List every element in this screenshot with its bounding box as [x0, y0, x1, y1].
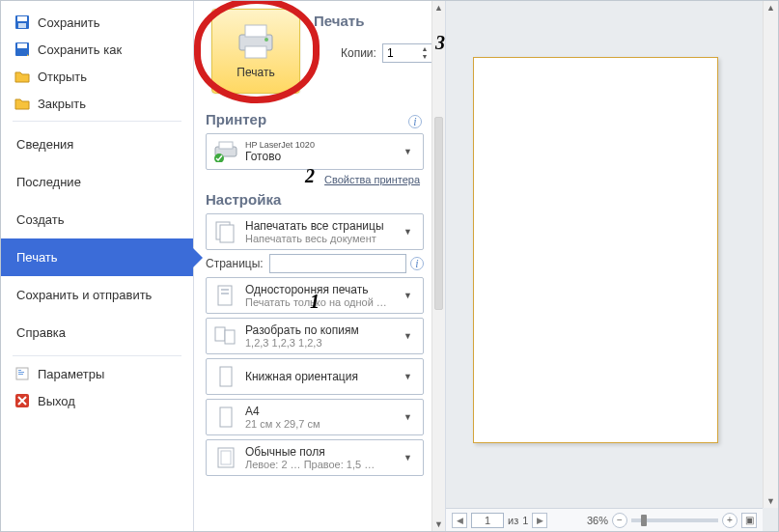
- sidebar-item-close[interactable]: Закрыть: [1, 90, 193, 117]
- scrollbar-thumb[interactable]: [434, 117, 443, 310]
- exit-icon: [14, 393, 30, 408]
- combo-title: Разобрать по копиям: [245, 323, 403, 337]
- info-icon[interactable]: i: [410, 257, 424, 270]
- settings-scrollbar[interactable]: ▲ ▼: [431, 1, 445, 531]
- sidebar-item-help[interactable]: Справка: [1, 314, 193, 351]
- portrait-icon: [212, 363, 239, 390]
- margins-select[interactable]: Обычные поля Левое: 2 … Правое: 1,5 … ▼: [206, 439, 424, 476]
- pages-all-icon: [212, 218, 239, 245]
- combo-sub: Напечатать весь документ: [245, 233, 403, 244]
- combo-title: Книжная ориентация: [245, 370, 403, 383]
- save-icon: [14, 14, 30, 30]
- sidebar-item-open[interactable]: Открыть: [1, 63, 193, 90]
- sidebar-item-recent[interactable]: Последние: [1, 163, 193, 201]
- margins-icon: [212, 444, 239, 471]
- chevron-down-icon: ▼: [403, 412, 417, 422]
- sidebar-item-exit[interactable]: Выход: [1, 387, 193, 414]
- svg-rect-11: [245, 25, 266, 37]
- scroll-down-icon[interactable]: ▼: [764, 494, 778, 508]
- sidebar-label: Сохранить: [38, 15, 100, 30]
- copies-label: Копии:: [341, 46, 376, 60]
- info-icon[interactable]: i: [408, 115, 422, 128]
- zoom-fit-button[interactable]: ▣: [741, 513, 757, 528]
- separator: [13, 121, 181, 122]
- print-title: Печать: [314, 13, 364, 29]
- sidebar-item-share[interactable]: Сохранить и отправить: [1, 276, 193, 314]
- settings-section-title: Настройка: [206, 191, 433, 208]
- sidebar-item-info[interactable]: Сведения: [1, 126, 193, 163]
- printer-status-icon: [212, 138, 239, 165]
- total-pages: 1: [522, 515, 528, 526]
- page-number-input[interactable]: 1: [471, 513, 504, 528]
- svg-rect-21: [221, 293, 229, 294]
- print-range-select[interactable]: Напечатать все страницы Напечатать весь …: [206, 213, 424, 250]
- printer-properties-link[interactable]: Свойства принтера: [202, 174, 420, 185]
- print-button-label: Печать: [236, 66, 274, 79]
- sides-select[interactable]: Односторонняя печать Печатать только на …: [206, 277, 424, 314]
- sidebar-item-saveas[interactable]: Сохранить как: [1, 36, 193, 63]
- page-preview: [473, 57, 718, 443]
- scroll-up-icon[interactable]: ▲: [764, 1, 778, 14]
- svg-rect-4: [17, 43, 27, 48]
- sidebar-label: Открыть: [38, 70, 87, 84]
- printer-select[interactable]: HP LaserJet 1020 Готово ▼: [206, 133, 424, 170]
- chevron-down-icon: ▼: [403, 453, 417, 462]
- svg-point-13: [264, 38, 268, 42]
- pages-input[interactable]: [269, 254, 406, 273]
- combo-sub: 1,2,3 1,2,3 1,2,3: [245, 337, 403, 349]
- combo-title: Односторонняя печать: [245, 283, 403, 296]
- sidebar-item-options[interactable]: Параметры: [1, 360, 193, 387]
- paper-size-select[interactable]: A4 21 см x 29,7 см ▼: [206, 399, 424, 435]
- svg-rect-22: [215, 327, 225, 341]
- svg-rect-15: [219, 142, 233, 149]
- chevron-down-icon: ▼: [403, 331, 417, 341]
- sidebar-label: Закрыть: [38, 97, 86, 111]
- scroll-up-icon[interactable]: ▲: [432, 1, 445, 14]
- scroll-down-icon[interactable]: ▼: [432, 518, 445, 531]
- orientation-select[interactable]: Книжная ориентация ▼: [206, 358, 424, 395]
- copies-input[interactable]: 1 ▲▼: [382, 43, 436, 63]
- combo-sub: Левое: 2 … Правое: 1,5 …: [245, 459, 403, 470]
- zoom-out-button[interactable]: −: [612, 513, 627, 528]
- printer-status: Готово: [245, 150, 403, 163]
- copies-value: 1: [387, 46, 418, 60]
- svg-rect-12: [245, 46, 266, 58]
- next-page-button[interactable]: ▶: [532, 513, 547, 528]
- chevron-down-icon: ▼: [403, 291, 417, 300]
- copies-row: Копии: 1 ▲▼: [341, 43, 436, 63]
- svg-rect-7: [18, 372, 24, 373]
- print-settings-pane: Печать Печать Копии: 1 ▲▼ Принте: [194, 1, 445, 531]
- sidebar-label: Сохранить как: [38, 42, 122, 57]
- zoom-slider[interactable]: [631, 518, 718, 522]
- collate-icon: [212, 322, 239, 350]
- zoom-percent: 36%: [587, 515, 608, 526]
- sidebar-label: Параметры: [38, 367, 104, 381]
- print-button[interactable]: Печать: [211, 9, 300, 94]
- svg-rect-20: [221, 289, 229, 291]
- printer-section-title: Принтер: [206, 111, 433, 127]
- svg-rect-23: [225, 330, 235, 344]
- combo-sub: Печатать только на одной …: [245, 296, 403, 308]
- combo-title: Напечатать все страницы: [245, 219, 403, 233]
- preview-statusbar: ◀ 1 из 1 ▶ 36% − + ▣: [446, 508, 763, 531]
- chevron-down-icon: ▼: [403, 147, 417, 156]
- page-of-label: из: [508, 515, 518, 526]
- preview-scrollbar[interactable]: ▲ ▼: [763, 1, 778, 508]
- zoom-in-button[interactable]: +: [722, 513, 737, 528]
- sidebar-item-save[interactable]: Сохранить: [1, 9, 193, 36]
- svg-rect-6: [18, 370, 21, 371]
- prev-page-button[interactable]: ◀: [452, 513, 467, 528]
- open-folder-icon: [14, 69, 30, 84]
- chevron-down-icon: ▼: [403, 372, 417, 381]
- svg-rect-1: [17, 16, 27, 21]
- collate-select[interactable]: Разобрать по копиям 1,2,3 1,2,3 1,2,3 ▼: [206, 318, 424, 354]
- printer-name: HP LaserJet 1020: [245, 140, 403, 150]
- single-side-icon: [212, 282, 239, 309]
- printer-icon: [236, 23, 276, 60]
- save-as-icon: [14, 42, 30, 57]
- combo-title: A4: [245, 405, 403, 418]
- sidebar-item-print[interactable]: Печать: [1, 238, 193, 276]
- spinner-arrows-icon[interactable]: ▲▼: [418, 45, 431, 61]
- sidebar-item-new[interactable]: Создать: [1, 201, 193, 238]
- backstage-sidebar: Сохранить Сохранить как Открыть Закрыть …: [1, 1, 194, 531]
